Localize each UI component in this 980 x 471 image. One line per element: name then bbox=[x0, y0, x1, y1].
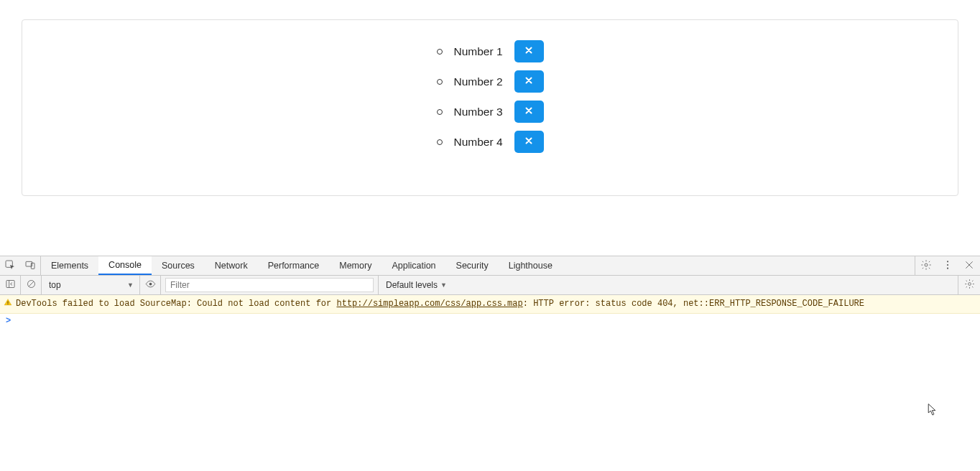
svg-rect-12 bbox=[8, 304, 9, 304]
close-devtools-button[interactable] bbox=[958, 256, 980, 275]
context-selector-group: top ▼ bbox=[42, 276, 140, 294]
tabbar-spacer bbox=[563, 256, 915, 275]
tab-memory[interactable]: Memory bbox=[329, 256, 382, 275]
inspect-element-button[interactable] bbox=[0, 256, 20, 275]
list-item: Number 3 bbox=[437, 101, 544, 123]
remove-button[interactable] bbox=[514, 70, 544, 93]
console-settings-group bbox=[958, 276, 980, 294]
svg-point-4 bbox=[947, 261, 948, 262]
levels-label: Default levels bbox=[386, 280, 438, 290]
live-expression-group bbox=[140, 276, 161, 294]
tab-security[interactable]: Security bbox=[446, 256, 499, 275]
eye-icon bbox=[145, 279, 156, 292]
tab-network[interactable]: Network bbox=[205, 256, 258, 275]
toggle-device-toolbar-button[interactable] bbox=[20, 256, 40, 275]
warning-link[interactable]: http://simpleapp.com/css/app.css.map bbox=[336, 299, 522, 309]
console-prompt[interactable]: > bbox=[0, 314, 980, 328]
tab-label: Memory bbox=[339, 261, 371, 271]
remove-icon bbox=[524, 136, 534, 148]
gear-icon bbox=[920, 259, 932, 273]
devtools-right-controls bbox=[915, 256, 980, 275]
kebab-icon bbox=[942, 259, 953, 273]
svg-point-3 bbox=[925, 264, 928, 266]
content-card: Number 1 Number 2 Number 3 bbox=[22, 19, 958, 196]
remove-icon bbox=[524, 45, 534, 57]
filter-group bbox=[161, 276, 379, 294]
tab-lighthouse[interactable]: Lighthouse bbox=[499, 256, 563, 275]
more-options-button[interactable] bbox=[937, 256, 958, 275]
console-settings-button[interactable] bbox=[958, 276, 980, 294]
devtools-inspect-group bbox=[0, 256, 41, 275]
clear-console-button[interactable] bbox=[21, 276, 41, 294]
list-item-label: Number 3 bbox=[454, 106, 504, 118]
warning-icon bbox=[4, 298, 12, 307]
tab-label: Security bbox=[456, 261, 489, 271]
console-output[interactable]: DevTools failed to load SourceMap: Could… bbox=[0, 295, 980, 471]
inspect-icon bbox=[4, 259, 16, 273]
tab-label: Application bbox=[392, 261, 435, 271]
levels-group: Default levels ▼ bbox=[379, 276, 958, 294]
chevron-down-icon: ▼ bbox=[440, 281, 447, 289]
number-list: Number 1 Number 2 Number 3 bbox=[437, 40, 544, 161]
sidebar-icon bbox=[5, 279, 16, 292]
remove-icon bbox=[524, 75, 534, 88]
tab-label: Sources bbox=[162, 261, 195, 271]
log-level-selector[interactable]: Default levels ▼ bbox=[379, 276, 454, 294]
remove-button[interactable] bbox=[514, 40, 544, 62]
chevron-down-icon: ▼ bbox=[127, 281, 134, 289]
svg-point-9 bbox=[149, 283, 152, 286]
device-icon bbox=[24, 259, 36, 273]
svg-rect-2 bbox=[31, 263, 34, 269]
list-item: Number 2 bbox=[437, 70, 544, 93]
remove-button[interactable] bbox=[514, 131, 544, 153]
create-live-expression-button[interactable] bbox=[140, 276, 160, 294]
remove-button[interactable] bbox=[514, 101, 544, 123]
list-item-label: Number 1 bbox=[454, 45, 504, 58]
tab-label: Performance bbox=[268, 261, 320, 271]
svg-point-10 bbox=[968, 283, 971, 286]
warning-text-prefix: DevTools failed to load SourceMap: Could… bbox=[16, 299, 336, 309]
tab-elements[interactable]: Elements bbox=[41, 256, 98, 275]
console-warning-row: DevTools failed to load SourceMap: Could… bbox=[0, 295, 980, 314]
list-item: Number 1 bbox=[437, 40, 544, 62]
settings-button[interactable] bbox=[915, 256, 937, 275]
tab-application[interactable]: Application bbox=[382, 256, 445, 275]
tab-sources[interactable]: Sources bbox=[152, 256, 205, 275]
devtools-tabbar: Elements Console Sources Network Perform… bbox=[0, 256, 980, 276]
console-toolbar: top ▼ Default levels ▼ bbox=[0, 276, 980, 295]
tab-performance[interactable]: Performance bbox=[258, 256, 330, 275]
list-item-label: Number 4 bbox=[454, 136, 504, 149]
clear-console-group bbox=[21, 276, 42, 294]
svg-point-6 bbox=[947, 267, 948, 269]
svg-rect-11 bbox=[8, 302, 9, 304]
tab-console[interactable]: Console bbox=[98, 256, 152, 275]
page-viewport: Number 1 Number 2 Number 3 bbox=[0, 19, 980, 196]
tab-label: Lighthouse bbox=[509, 261, 553, 271]
console-filter-input[interactable] bbox=[165, 278, 374, 292]
clear-icon bbox=[26, 279, 37, 292]
console-sidebar-toggle-group bbox=[0, 276, 21, 294]
svg-point-5 bbox=[947, 264, 948, 265]
close-icon bbox=[963, 259, 975, 273]
warning-text-suffix: : HTTP error: status code 404, net::ERR_… bbox=[523, 299, 864, 309]
remove-icon bbox=[524, 106, 534, 118]
toggle-console-sidebar-button[interactable] bbox=[0, 276, 20, 294]
list-item-label: Number 2 bbox=[454, 75, 504, 88]
prompt-chevron-icon: > bbox=[6, 316, 11, 326]
devtools-panel: Elements Console Sources Network Perform… bbox=[0, 256, 980, 471]
execution-context-selector[interactable]: top ▼ bbox=[42, 280, 139, 290]
tab-label: Elements bbox=[51, 261, 88, 271]
gear-icon bbox=[964, 279, 975, 292]
list-item: Number 4 bbox=[437, 131, 544, 153]
tab-label: Console bbox=[108, 260, 142, 270]
tab-label: Network bbox=[215, 261, 248, 271]
context-label: top bbox=[49, 280, 61, 290]
